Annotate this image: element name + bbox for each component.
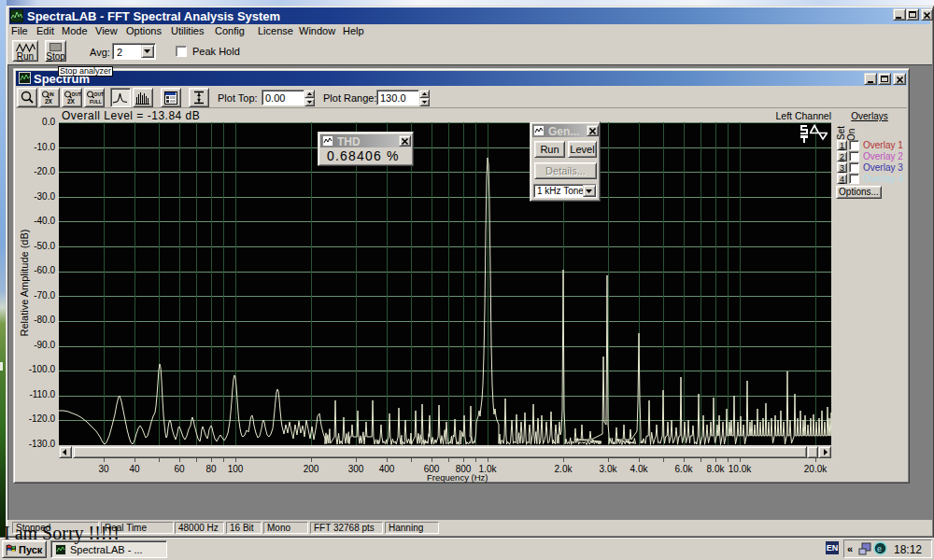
svg-text:2X: 2X (67, 98, 76, 105)
svg-text:OUT: OUT (94, 91, 105, 97)
svg-text:OUT: OUT (72, 91, 82, 97)
svg-text:IN: IN (50, 91, 54, 97)
svg-text:2X: 2X (45, 98, 53, 105)
svg-text:FULL: FULL (90, 99, 102, 105)
svg-text:e: e (877, 544, 882, 553)
